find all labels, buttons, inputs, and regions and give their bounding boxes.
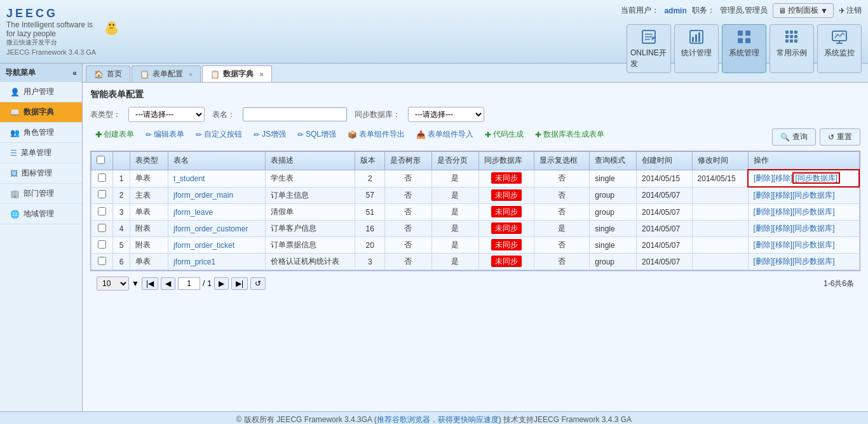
top-bar: JEECG The Intelligent software is for la… [0,0,868,64]
remove-action[interactable]: [移除] [773,191,792,200]
sidebar-collapse-icon[interactable]: « [72,69,77,78]
row-name[interactable]: jform_order_ticket [168,237,266,254]
content-area: 🏠 首页 📋 表单配置 × 📋 数据字典 × 智能表单配置 表类型： ---请选… [83,64,868,411]
nav-examples[interactable]: 常用示例 [770,24,814,73]
logo-subtitle: The Intelligent software is for lazy peo… [6,20,99,38]
remove-action[interactable]: [移除] [773,224,792,233]
role-icon: 👥 [10,128,20,137]
page-separator: / [203,279,205,288]
sync-db-action[interactable]: [同步数据库] [792,257,835,266]
row-show-check: 否 [534,204,589,221]
row-name[interactable]: jform_order_customer [168,221,266,237]
name-input[interactable] [243,107,347,121]
sync-db-action[interactable]: [同步数据库] [792,240,835,249]
refresh-page-button[interactable]: ↺ [250,277,266,290]
delete-action[interactable]: [删除] [754,207,773,216]
sidebar-item-icon-mgmt[interactable]: 🖼 图标管理 [0,163,82,184]
row-checkbox[interactable] [98,207,106,215]
first-page-button[interactable]: |◀ [142,277,158,290]
select-all-checkbox[interactable] [97,156,105,164]
row-is-page: 是 [431,187,478,204]
tab-home[interactable]: 🏠 首页 [86,65,130,82]
db-to-table-button[interactable]: ✚ 数据库表生成表单 [530,127,609,142]
sync-db-action[interactable]: [同步数据库] [792,172,840,184]
jeecg-mascot-icon [102,13,121,41]
svg-rect-19 [785,35,789,38]
remove-action[interactable]: [移除] [773,240,792,249]
delete-action[interactable]: [删除] [754,191,773,200]
sidebar-item-data-dict[interactable]: 📖 数据字典 [0,102,82,123]
row-checkbox[interactable] [98,224,106,232]
row-checkbox[interactable] [98,257,106,265]
area-icon: 🌐 [10,210,20,219]
control-panel-button[interactable]: 🖥 控制面板 ▼ [773,3,834,18]
logout-button[interactable]: ✈ 注销 [839,5,862,16]
delete-action[interactable]: [删除] [754,257,773,266]
row-name[interactable]: jform_leave [168,204,266,221]
reset-button[interactable]: ↺ 重置 [820,128,860,146]
tab-data-dict-close[interactable]: × [259,71,263,78]
col-create-time: 创建时间 [637,152,692,170]
row-version: 2 [355,170,385,187]
create-table-button[interactable]: ✚ 创建表单 [90,127,139,142]
row-number: 3 [113,204,130,221]
svg-rect-14 [738,38,743,43]
remove-action[interactable]: [移除] [773,207,792,216]
type-select[interactable]: ---请选择--- [128,107,205,122]
edit-table-button[interactable]: ✏ 编辑表单 [140,127,189,142]
row-checkbox[interactable] [98,190,106,198]
page-content: 智能表单配置 表类型： ---请选择--- 表名： 同步数据库： ---请选择-… [83,83,868,411]
sidebar-item-role-mgmt[interactable]: 👥 角色管理 [0,123,82,143]
remove-action[interactable]: [移除] [773,174,793,182]
row-checkbox[interactable] [98,240,106,249]
tab-form-config[interactable]: 📋 表单配置 × [132,65,201,82]
current-page-input[interactable] [178,277,200,290]
row-create-time: 2014/05/07 [637,254,692,270]
query-button[interactable]: 🔍 查询 [772,128,816,146]
row-name[interactable]: jform_order_main [168,187,266,204]
footer-link[interactable]: 推荐谷歌浏览器，获得更快响应速度 [377,415,499,424]
import-comp-button[interactable]: 📥 表单组件导入 [411,127,478,142]
export-comp-button[interactable]: 📦 表单组件导出 [342,127,410,142]
nav-monitor[interactable]: 系统监控 [817,24,862,73]
js-enhance-button[interactable]: ✏ JS增强 [248,127,291,142]
delete-action[interactable]: [删除] [754,224,773,233]
delete-action[interactable]: [删除] [754,174,773,182]
svg-rect-24 [794,39,797,43]
custom-btn-button[interactable]: ✏ 自定义按钮 [191,127,247,142]
row-checkbox[interactable] [98,174,106,182]
nav-sys-mgmt[interactable]: 系统管理 [722,24,766,73]
username: admin [664,6,686,15]
sidebar-item-area-mgmt[interactable]: 🌐 地域管理 [0,204,82,224]
sidebar-item-dept-mgmt[interactable]: 🏢 部门管理 [0,184,82,204]
nav-online-dev[interactable]: ONLINE开发 [627,24,671,73]
next-page-button[interactable]: ▶ [214,277,229,290]
sql-enhance-button[interactable]: ✏ SQL增强 [292,127,341,142]
framework-version: JEECG Framework 3.4.3 GA [6,48,96,56]
svg-point-1 [107,21,116,29]
code-gen-button[interactable]: ✚ 代码生成 [480,127,529,142]
row-name[interactable]: jform_price1 [168,254,266,270]
tab-form-config-close[interactable]: × [189,71,193,78]
home-icon: 🏠 [94,70,104,79]
sync-db-action[interactable]: [同步数据库] [792,207,835,216]
sidebar-item-user-mgmt[interactable]: 👤 用户管理 [0,82,82,102]
row-show-check: 否 [534,254,589,270]
sync-db-select[interactable]: ---请选择--- [408,107,484,122]
row-type: 单表 [130,254,168,270]
sync-db-action[interactable]: [同步数据库] [792,191,835,200]
remove-action[interactable]: [移除] [773,257,792,266]
sidebar-item-menu-mgmt[interactable]: ☰ 菜单管理 [0,143,82,163]
nav-stats[interactable]: 统计管理 [674,24,719,73]
prev-page-button[interactable]: ◀ [161,277,175,290]
row-update-time [692,221,748,237]
row-name[interactable]: t_student [168,170,266,187]
tab-data-dict[interactable]: 📋 数据字典 × [202,65,271,82]
sync-db-action[interactable]: [同步数据库] [792,224,835,233]
book-icon: 📖 [10,108,20,117]
plus-icon: ✚ [95,130,102,139]
delete-action[interactable]: [删除] [754,240,773,249]
page-size-select[interactable]: 10 20 50 100 [97,277,129,291]
last-page-button[interactable]: ▶| [231,277,248,290]
svg-rect-20 [790,35,793,38]
